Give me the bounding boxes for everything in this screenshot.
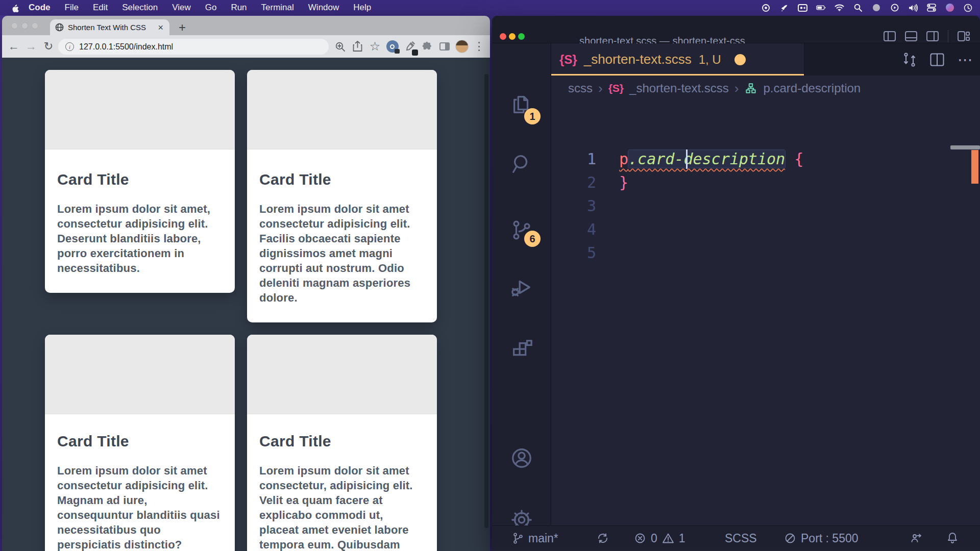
editor-tab[interactable]: {S} _shorten-text.scss 1, U <box>551 43 804 76</box>
menu-item-go[interactable]: Go <box>198 0 224 15</box>
card-title: Card Title <box>259 171 425 188</box>
browser-tab-title: Shorten Text With CSS <box>68 23 157 32</box>
activity-bar: 1 6 <box>492 43 551 525</box>
card-image-placeholder <box>247 70 437 149</box>
menu-item-run[interactable]: Run <box>224 0 254 15</box>
screen-record-icon[interactable] <box>798 3 807 13</box>
browser-tab[interactable]: Shorten Text With CSS × <box>50 19 169 35</box>
language-mode: SCSS <box>725 532 757 545</box>
sync-changes-item[interactable] <box>597 526 609 550</box>
browser-menu-kebab-icon[interactable]: ⋮ <box>472 40 486 54</box>
volume-icon[interactable] <box>908 3 918 13</box>
site-info-icon[interactable]: i <box>65 42 74 51</box>
record-icon[interactable] <box>761 3 771 13</box>
accounts-icon[interactable] <box>510 446 533 470</box>
scm-badge: 6 <box>524 231 541 247</box>
apple-menu-icon[interactable] <box>11 3 19 12</box>
address-bar[interactable]: i 127.0.0.1:5500/index.html <box>58 39 329 55</box>
customize-layout-icon[interactable] <box>958 31 970 41</box>
toggle-sidebar-icon[interactable] <box>884 31 896 41</box>
url-text: 127.0.0.1:5500/index.html <box>79 42 173 52</box>
extensions-icon[interactable] <box>510 338 533 362</box>
code-token-tag: p <box>619 150 628 168</box>
control-center-icon[interactable] <box>926 3 936 13</box>
menu-item-selection[interactable]: Selection <box>115 0 165 15</box>
wifi-icon[interactable] <box>835 3 844 13</box>
side-panel-icon[interactable] <box>437 40 451 54</box>
extensions-puzzle-icon[interactable] <box>420 40 434 54</box>
toggle-secondary-sidebar-icon[interactable] <box>926 31 939 41</box>
notifications-bell-icon[interactable] <box>946 526 959 550</box>
search-icon[interactable] <box>853 3 863 13</box>
card: Card Title Lorem ipsum dolor sit amet co… <box>247 335 437 551</box>
new-tab-button[interactable]: + <box>175 20 190 35</box>
menu-item-view[interactable]: View <box>165 0 198 15</box>
back-button[interactable]: ← <box>5 38 22 55</box>
battery-icon[interactable] <box>816 3 826 13</box>
warning-count: 1 <box>679 532 685 545</box>
window-zoom-button[interactable] <box>518 33 525 40</box>
play-icon[interactable] <box>890 3 899 13</box>
card-title: Card Title <box>57 171 223 188</box>
menu-item-code[interactable]: Code <box>21 0 58 15</box>
code-line-1[interactable]: p.card-description { <box>619 147 803 171</box>
rocket-icon[interactable] <box>779 3 789 13</box>
zoom-in-icon[interactable] <box>333 40 347 54</box>
menu-item-help[interactable]: Help <box>346 0 378 15</box>
window-zoom-button[interactable] <box>32 22 38 29</box>
breadcrumb-symbol[interactable]: p.card-description <box>763 81 861 95</box>
siri-icon[interactable] <box>945 3 954 13</box>
git-branch-item[interactable]: main* <box>512 526 558 550</box>
window-close-button[interactable] <box>11 22 18 29</box>
split-editor-icon[interactable] <box>930 53 944 66</box>
clock-icon[interactable] <box>963 3 973 13</box>
menu-item-window[interactable]: Window <box>301 0 346 15</box>
editor-group: {S} _shorten-text.scss 1, U ⋯ scss › {S}… <box>551 43 980 525</box>
menu-item-edit[interactable]: Edit <box>86 0 115 15</box>
window-close-button[interactable] <box>500 33 506 40</box>
toggle-panel-icon[interactable] <box>905 31 917 41</box>
menu-item-file[interactable]: File <box>58 0 86 15</box>
reload-button[interactable]: ↻ <box>40 38 57 55</box>
browser-window: Shorten Text With CSS × + ← → ↻ i 127.0.… <box>2 16 490 551</box>
card-description: Lorem ipsum dolor sit amet consectetur, … <box>259 463 425 551</box>
feedback-item[interactable] <box>910 526 923 550</box>
page-scrollbar[interactable] <box>484 74 488 528</box>
window-minimize-button[interactable] <box>21 22 28 29</box>
onepassword-extension-icon[interactable] <box>385 40 399 54</box>
profile-avatar[interactable] <box>455 40 469 54</box>
chevron-right-icon: › <box>734 81 739 96</box>
code-line-2[interactable]: } <box>619 171 628 194</box>
language-mode-item[interactable]: SCSS <box>725 526 757 550</box>
vscode-titlebar: _shorten-text.scss — shorten-text-css <box>492 16 980 43</box>
code-editor[interactable]: 1 2 3 4 5 p.card-description { } <box>551 101 980 529</box>
browser-toolbar: ← → ↻ i 127.0.0.1:5500/index.html ☆ <box>2 35 490 58</box>
more-actions-icon[interactable]: ⋯ <box>958 52 973 67</box>
card: Card Title Lorem ipsum dolor sit amet co… <box>45 335 235 551</box>
tab-close-icon[interactable]: × <box>157 23 164 32</box>
breadcrumb-folder[interactable]: scss <box>568 81 593 95</box>
scss-file-icon: {S} <box>608 82 624 94</box>
run-debug-icon[interactable] <box>510 276 533 299</box>
live-server-port-item[interactable]: Port : 5500 <box>784 526 859 550</box>
search-icon[interactable] <box>510 152 533 176</box>
bookmark-star-icon[interactable]: ☆ <box>368 40 382 54</box>
window-minimize-button[interactable] <box>509 33 516 40</box>
color-picker-extension-icon[interactable] <box>403 40 416 54</box>
problems-item[interactable]: 0 1 <box>634 526 685 550</box>
editor-tab-bar: {S} _shorten-text.scss 1, U ⋯ <box>551 43 980 76</box>
scrollbar-slider[interactable] <box>950 145 980 149</box>
breadcrumbs: scss › {S} _shorten-text.scss › p.card-d… <box>568 76 980 101</box>
forward-button[interactable]: → <box>22 38 40 55</box>
menu-item-terminal[interactable]: Terminal <box>254 0 301 15</box>
unsaved-changes-dot[interactable] <box>734 54 746 65</box>
dot-icon[interactable] <box>871 3 881 13</box>
toolbar-actions: ☆ ⋮ <box>333 35 486 58</box>
card-description: Lorem ipsum dolor sit amet consectetur a… <box>57 463 223 551</box>
open-changes-icon[interactable] <box>902 52 917 67</box>
tab-file-name: _shorten-text.scss <box>584 52 692 67</box>
breadcrumb-file[interactable]: _shorten-text.scss <box>629 81 729 95</box>
tab-problems-git-decoration: 1, U <box>699 53 721 67</box>
divider <box>948 30 948 42</box>
share-icon[interactable] <box>351 40 364 54</box>
